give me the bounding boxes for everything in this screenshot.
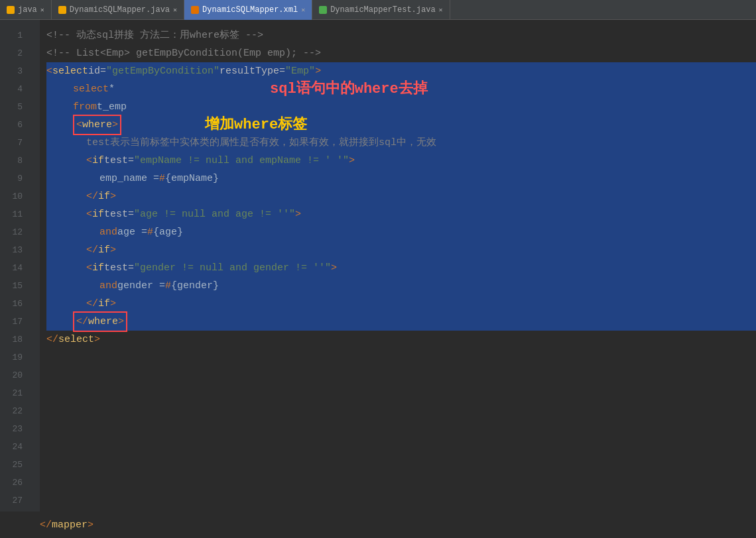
code-line-10: </if> [46, 188, 756, 205]
table-name: t_emp [97, 98, 127, 116]
b4: > [110, 188, 116, 205]
empname-var: empName [171, 170, 213, 188]
code-line-4: select * sql语句中的where去掉 [46, 80, 756, 98]
b10: > [331, 259, 337, 277]
comment-test: test表示当前标签中实体类的属性是否有效，如果有效，就拼接到sql中，无效 [86, 134, 436, 152]
keyword-from: from [73, 98, 97, 116]
code-line-25 [46, 456, 756, 474]
tab-dynamicmappertest-java[interactable]: DynamicMapperTest.java ✕ [312, 0, 450, 20]
code-line-2: <!-- List<Emp> getEmpByCondition(Emp emp… [46, 44, 756, 62]
code-line-1: <!-- 动态sql拼接 方法二：用where标签 --> [46, 27, 756, 44]
code-line-15: and gender = #{gender} [46, 277, 756, 295]
code-line-20 [46, 366, 756, 384]
code-line-9: emp_name = #{empName} [46, 170, 756, 188]
b6: > [295, 205, 301, 223]
mapper-close-bracket: </ [40, 519, 52, 531]
tag-if-close3: if [98, 295, 110, 313]
and-keyword2: and [99, 277, 117, 295]
code-line-6: <where> 增加where标签 [46, 116, 756, 134]
tab-dynamicsqlmapper-xml[interactable]: DynamicSQLMapper.xml ✕ [184, 0, 312, 20]
code-line-24 [46, 438, 756, 456]
code-line-22 [46, 402, 756, 420]
b2: > [349, 152, 355, 170]
tab-close-unnamed[interactable]: ✕ [40, 6, 44, 14]
tag-where-close: where [88, 316, 118, 327]
attr-id: id= [88, 62, 106, 80]
mapper-close-bracket2: > [88, 519, 94, 531]
val-test2: "age != null and age != ''" [134, 205, 295, 223]
b13: </ [46, 331, 58, 349]
gender-var: gender [177, 277, 213, 295]
age-var: age [159, 223, 177, 241]
tag-select-close: select [58, 331, 94, 349]
code-line-14: <if test="gender != null and gender != '… [46, 259, 756, 277]
tab-label-java: DynamicSQLMapper.java [70, 5, 170, 15]
b1: < [86, 152, 92, 170]
star: * [109, 80, 115, 98]
tab-bar: java ✕ DynamicSQLMapper.java ✕ DynamicSQ… [0, 0, 756, 20]
brace-close1: } [213, 170, 219, 188]
code-line-7: test表示当前标签中实体类的属性是否有效，如果有效，就拼接到sql中，无效 [46, 134, 756, 152]
code-line-21 [46, 384, 756, 402]
line-numbers: 1 2 3 4 5 6 7 8 9 10 11 12 13 14 15 16 1… [0, 20, 27, 538]
code-line-18: </select> [46, 331, 756, 349]
where-open-box: <where> [73, 115, 121, 135]
brace-open3: { [171, 277, 177, 295]
b11: </ [86, 295, 98, 313]
b9: < [86, 259, 92, 277]
tag-if-close1: if [98, 188, 110, 205]
code-line-5: from t_emp [46, 98, 756, 116]
code-line-8: <if test="empName != null and empName !=… [46, 152, 756, 170]
bracket-select-open: < [46, 62, 52, 80]
code-line-26 [46, 474, 756, 492]
code-line-3: <select id="getEmpByCondition" resultTyp… [46, 62, 756, 80]
code-line-19 [46, 349, 756, 366]
tab-close-xml[interactable]: ✕ [301, 6, 305, 14]
xml-icon [191, 6, 199, 14]
tag-if-close2: if [98, 241, 110, 259]
brace-open1: { [165, 170, 171, 188]
mapper-close-tag: mapper [52, 519, 88, 531]
code-line-27 [46, 492, 756, 510]
val-id: "getEmpByCondition" [106, 62, 220, 80]
code-line-23 [46, 420, 756, 438]
emp-name-assign: emp_name = [99, 170, 159, 188]
bracket-where1: < [76, 119, 82, 131]
code-line-13: </if> [46, 241, 756, 259]
keyword-select: select [73, 80, 109, 98]
mapper-close-line: </mapper> [0, 511, 756, 538]
and-keyword1: and [99, 223, 117, 241]
tab-label-xml: DynamicSQLMapper.xml [202, 5, 298, 15]
b14: > [94, 331, 100, 349]
tab-close-java[interactable]: ✕ [173, 6, 177, 14]
brace-close2: } [177, 223, 183, 241]
age-assign: age = [117, 223, 147, 241]
b7: </ [86, 241, 98, 259]
bracket-where-close2: > [118, 316, 124, 327]
code-line-17: </where> [46, 313, 756, 331]
annotation-where-tag: 增加where标签 [205, 116, 307, 134]
bracket-where2: > [112, 119, 118, 131]
b3: </ [86, 188, 98, 205]
hash-gender: # [165, 277, 171, 295]
b12: > [110, 295, 116, 313]
hash-age: # [147, 223, 153, 241]
attr-resulttype: resultType= [220, 62, 285, 80]
tab-close-mappertest[interactable]: ✕ [439, 6, 443, 14]
attr-test1: test= [104, 152, 134, 170]
b5: < [86, 205, 92, 223]
java-icon2 [58, 6, 66, 14]
val-test1: "empName != null and empName != ' '" [134, 152, 349, 170]
val-resulttype: "Emp" [285, 62, 315, 80]
comment-1: <!-- 动态sql拼接 方法二：用where标签 --> [46, 27, 263, 44]
gutter-icons [27, 20, 40, 538]
tab-dynamicsqlmapper-java[interactable]: DynamicSQLMapper.java ✕ [52, 0, 184, 20]
annotation-sql-where: sql语句中的where去掉 [270, 80, 428, 98]
code-area: <!-- 动态sql拼接 方法二：用where标签 --> <!-- List<… [40, 20, 756, 538]
gender-assign: gender = [117, 277, 165, 295]
hash-empname: # [159, 170, 165, 188]
tab-label-mappertest: DynamicMapperTest.java [330, 5, 435, 15]
brace-open2: { [153, 223, 159, 241]
tag-if1: if [92, 152, 104, 170]
tab-java-unnamed[interactable]: java ✕ [0, 0, 52, 20]
